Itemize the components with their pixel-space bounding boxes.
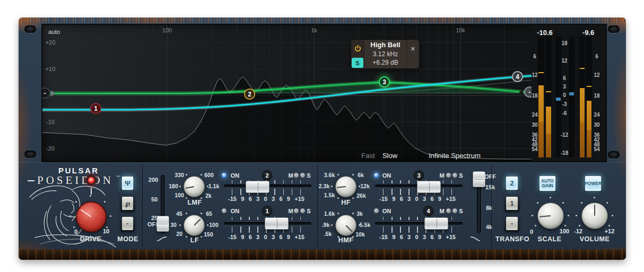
band4-mute-dot[interactable] <box>446 208 451 213</box>
freq-label-2: 10k <box>456 27 465 33</box>
hpf-slider-handle[interactable] <box>156 216 169 232</box>
power-icon <box>354 45 361 52</box>
transfo-1-button[interactable]: 1 <box>506 197 518 210</box>
band-solo-button[interactable]: S <box>352 58 363 68</box>
freq-label-1: 1k <box>311 27 317 33</box>
hf-tick-4: 1.5k <box>324 192 335 198</box>
drive-min-label: 0 <box>74 229 77 235</box>
power-button[interactable]: POWER <box>585 176 601 191</box>
hf-tick-1: 6k <box>358 172 364 178</box>
lf-knob[interactable] <box>184 215 205 236</box>
auto-gain-button[interactable]: AUTO GAIN <box>539 176 555 191</box>
band3-solo-dot[interactable] <box>452 173 457 178</box>
band4-badge[interactable]: 4 <box>423 206 433 216</box>
band4-solo-dot[interactable] <box>452 208 457 213</box>
band4-marker[interactable]: 4 <box>512 71 523 82</box>
volume-max-label: +12 <box>605 228 615 234</box>
eq-display: auto 1001k10k +20+10-10-20 1 2 3 4 - - S <box>41 24 607 162</box>
infinite-spectrum-button[interactable]: Infinite Spectrum <box>429 152 481 160</box>
band-power-button[interactable] <box>351 40 364 57</box>
input-meter-left <box>538 37 544 157</box>
mode-rho-bezel: ℘ <box>120 195 135 212</box>
band1-mute-dot[interactable] <box>294 208 299 213</box>
band2-on-led[interactable] <box>222 173 227 178</box>
lmf-tick-0: 330 <box>175 172 184 178</box>
tooltip-close-button[interactable]: × <box>406 40 419 68</box>
mode-dash-button[interactable]: - <box>122 217 133 230</box>
transfo-label: TRANSFO <box>495 235 529 243</box>
band2-scale-label-6: 6 <box>279 196 282 202</box>
band1-scale-label-5: 3 <box>272 234 275 240</box>
drive-label: DRIVE <box>80 235 102 243</box>
band2-scale-label-2: 6 <box>249 196 252 202</box>
band2-solo-dot[interactable] <box>300 173 305 178</box>
band2-on-label: ON <box>231 172 240 179</box>
left-edge-arrow-icon <box>51 90 55 96</box>
scale-knob[interactable] <box>537 203 564 229</box>
band-gain: +6.29 dB <box>372 58 398 67</box>
gain-meter-left <box>555 37 561 157</box>
transfo-dash-button[interactable]: - <box>506 217 518 230</box>
spectrum-fast-button[interactable]: Fast <box>361 152 375 160</box>
volume-label: VOLUME <box>580 235 610 243</box>
lmf-tick-5: 2k <box>205 192 212 199</box>
eq-plot[interactable] <box>42 25 532 161</box>
spectrum-slow-button[interactable]: Slow <box>382 152 397 160</box>
band3-scale-label-2: 6 <box>400 196 403 202</box>
band2-scale-label-0: -15 <box>228 196 237 202</box>
hf-knob[interactable] <box>335 176 356 197</box>
hmf-tick-0: 1.6k <box>324 210 335 217</box>
band3-badge[interactable]: 3 <box>414 170 424 180</box>
band4-on-led[interactable] <box>374 208 379 213</box>
band1-on-led[interactable] <box>222 208 227 213</box>
band4-gain-track[interactable] <box>375 222 463 225</box>
band2-marker[interactable]: 2 <box>244 89 255 100</box>
tooltip-body: High Bell 3.12 kHz +6.29 dB <box>364 40 406 68</box>
band1-marker[interactable]: 1 <box>90 103 101 114</box>
left-scale-label-3: 24 <box>532 112 537 118</box>
band1-solo-dot[interactable] <box>300 208 305 213</box>
band4-scale-label-6: 6 <box>430 234 433 240</box>
band4-mute-label: M <box>439 208 444 214</box>
scale-min-label: 0 <box>530 229 533 235</box>
band3-gain-handle[interactable] <box>417 181 441 193</box>
band2-gain-handle[interactable] <box>246 181 269 193</box>
lf-tick-2: 30 <box>170 222 177 228</box>
output-meter-right <box>586 37 592 157</box>
lf-tick-1: 65 <box>206 210 212 217</box>
hf-tick-3: 12k <box>360 183 370 189</box>
tooltip-left-column: S <box>351 40 364 68</box>
band-tooltip: S High Bell 3.12 kHz +6.29 dB × <box>351 40 419 68</box>
center-scale-label-7: -12 <box>561 132 568 138</box>
mode-dash-bezel: - <box>120 215 135 232</box>
volume-min-label: -12 <box>574 228 582 234</box>
volume-knob[interactable] <box>581 203 608 229</box>
band4-scale-label-3: 3 <box>407 234 411 240</box>
band2-solo-label: S <box>307 172 310 179</box>
mode-psi-button[interactable]: Ψ <box>122 177 133 190</box>
mode-rho-button[interactable]: ℘ <box>122 197 133 210</box>
band3-mute-dot[interactable] <box>446 173 451 178</box>
band3-marker[interactable]: 3 <box>379 76 390 87</box>
band1-badge[interactable]: 1 <box>262 206 272 216</box>
right-meter-readout: -9.6 <box>582 29 594 37</box>
lpf-slider-handle[interactable] <box>473 171 485 187</box>
band3-on-label: ON <box>382 172 391 179</box>
hf-tick-2: 2.3k <box>319 183 329 189</box>
auto-button[interactable]: auto <box>45 28 63 36</box>
band1-gain-handle[interactable] <box>265 217 289 230</box>
lmf-knob[interactable] <box>184 176 205 197</box>
band2-badge[interactable]: 2 <box>262 170 272 180</box>
transfo-2-button[interactable]: 2 <box>506 177 518 190</box>
lmf-tick-3: 1.1k <box>208 183 219 189</box>
band4-gain-handle[interactable] <box>424 217 448 230</box>
drive-knob[interactable] <box>76 201 107 232</box>
band2-mute-dot[interactable] <box>294 173 299 178</box>
section-divider-3 <box>491 164 492 247</box>
band4-solo-label: S <box>459 208 463 214</box>
bottom-rail <box>19 249 626 260</box>
band3-on-led[interactable] <box>374 173 379 178</box>
hmf-knob[interactable] <box>335 215 356 236</box>
band3-scale-label-5: 3 <box>423 196 426 202</box>
db-label-2: -10 <box>46 119 55 125</box>
